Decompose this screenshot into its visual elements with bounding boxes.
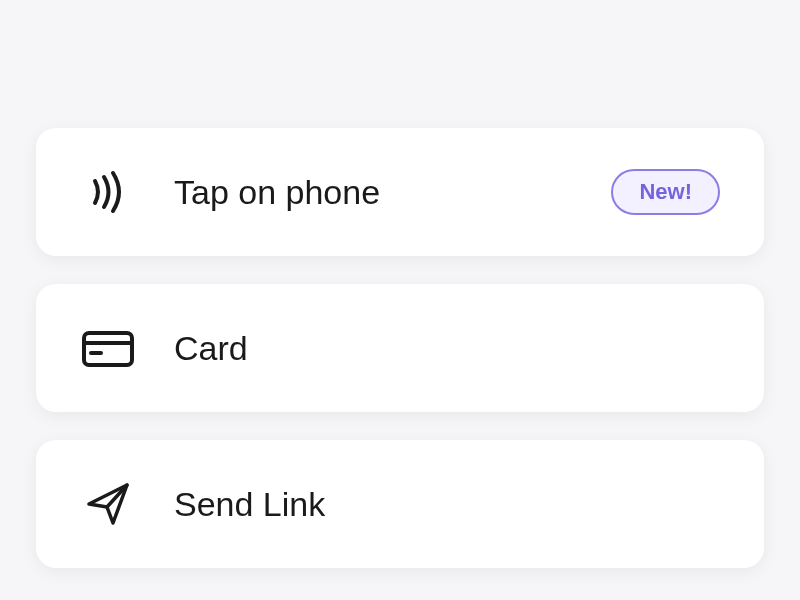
contactless-icon [80, 164, 136, 220]
payment-option-tap-on-phone[interactable]: Tap on phone New! [36, 128, 764, 256]
new-badge: New! [611, 169, 720, 215]
card-icon [80, 320, 136, 376]
payment-option-label: Send Link [174, 485, 720, 524]
payment-option-card[interactable]: Card [36, 284, 764, 412]
payment-option-label: Card [174, 329, 720, 368]
payment-option-label: Tap on phone [174, 173, 611, 212]
payment-option-send-link[interactable]: Send Link [36, 440, 764, 568]
send-icon [80, 476, 136, 532]
svg-rect-0 [84, 333, 132, 365]
